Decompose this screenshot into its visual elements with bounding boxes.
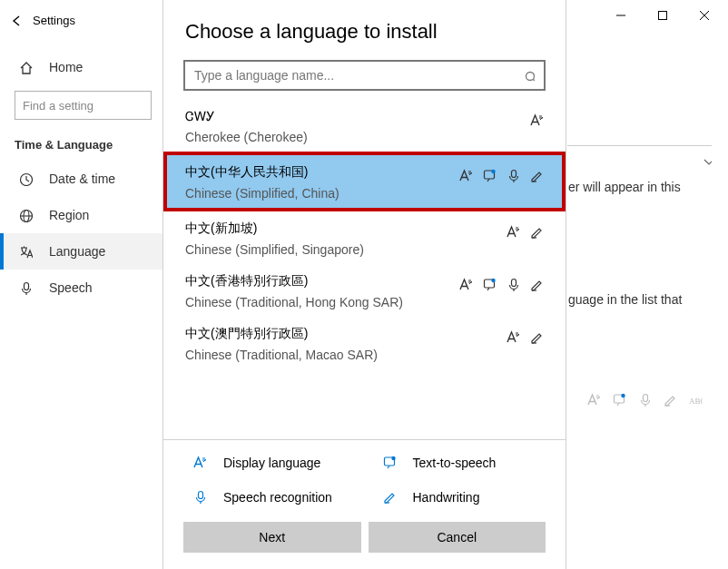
- sr-icon: [506, 277, 520, 291]
- language-native: ᏣᎳᎩ: [185, 109, 544, 124]
- language-english: Chinese (Simplified, Singapore): [185, 242, 544, 257]
- bg-text: er will appear in this: [568, 180, 681, 194]
- language-install-dialog: Choose a language to install Type a lang…: [162, 0, 566, 569]
- dialog-title: Choose a language to install: [163, 0, 566, 51]
- language-english: Chinese (Traditional, Macao SAR): [185, 348, 544, 362]
- sidebar-item-region[interactable]: Region: [0, 197, 162, 233]
- display-icon: [586, 392, 601, 407]
- chevron-down-icon[interactable]: [701, 154, 712, 165]
- display-icon: [458, 168, 473, 182]
- sidebar-item-label: Region: [49, 208, 89, 222]
- sidebar-item-label: Date & time: [49, 172, 115, 186]
- capability-icons: [458, 277, 544, 291]
- tts-icon: [382, 455, 398, 471]
- language-row[interactable]: 中文(澳門特別行政區)Chinese (Traditional, Macao S…: [163, 317, 566, 369]
- language-native: 中文(新加坡): [185, 221, 544, 237]
- sidebar-item-language[interactable]: Language: [0, 233, 162, 270]
- handwriting-icon: [663, 392, 677, 407]
- language-row[interactable]: ᏣᎳᎩCherokee (Cherokee): [163, 100, 566, 152]
- display-icon: [458, 277, 473, 291]
- settings-title: Settings: [24, 14, 75, 27]
- close-button[interactable]: [683, 4, 724, 25]
- display-icon: [506, 329, 520, 344]
- minimize-icon: [613, 7, 627, 22]
- language-icon: [18, 244, 33, 259]
- display-icon: [529, 113, 544, 127]
- capability-icons: [529, 113, 544, 127]
- legend-display: Display language: [192, 455, 355, 471]
- display-icon: [192, 455, 209, 471]
- minimize-button[interactable]: [599, 4, 641, 25]
- mic-icon: [192, 489, 209, 505]
- back-icon[interactable]: [9, 13, 24, 27]
- clock-icon: [18, 172, 33, 186]
- sidebar-item-speech[interactable]: Speech: [0, 270, 162, 306]
- handwriting-icon: [382, 489, 398, 505]
- maximize-icon: [654, 7, 669, 22]
- hw-icon: [529, 277, 544, 291]
- mic-icon: [18, 280, 33, 295]
- home-label: Home: [49, 60, 83, 74]
- legend-label: Speech recognition: [223, 490, 332, 505]
- feature-icons-row: [586, 392, 703, 407]
- legend-label: Handwriting: [413, 490, 480, 505]
- mic-icon: [637, 392, 652, 407]
- language-row[interactable]: 中文(新加坡)Chinese (Simplified, Singapore): [163, 211, 566, 264]
- tts-icon: [482, 277, 497, 291]
- capability-icons: [506, 224, 544, 239]
- search-icon: [524, 70, 535, 81]
- tts-icon: [482, 168, 497, 182]
- find-setting-input[interactable]: Find a setting: [15, 91, 152, 120]
- language-english: Chinese (Traditional, Hong Kong SAR): [185, 295, 544, 309]
- sr-icon: [506, 168, 520, 182]
- language-english: Chinese (Simplified, China): [185, 186, 544, 201]
- home-icon: [18, 60, 33, 74]
- language-search-input[interactable]: Type a language name...: [183, 60, 546, 91]
- language-english: Cherokee (Cherokee): [185, 130, 544, 144]
- hw-icon: [529, 224, 544, 239]
- sidebar-item-label: Speech: [49, 280, 92, 295]
- display-icon: [506, 224, 520, 239]
- divider: [567, 145, 712, 146]
- legend-label: Display language: [223, 456, 320, 470]
- language-row[interactable]: 中文(中华人民共和国)Chinese (Simplified, China): [163, 152, 566, 211]
- legend-label: Text-to-speech: [413, 456, 497, 470]
- next-button[interactable]: Next: [183, 522, 361, 553]
- sidebar-home[interactable]: Home: [0, 53, 162, 82]
- abc-icon: [688, 392, 703, 407]
- hw-icon: [529, 168, 544, 182]
- tts-icon: [612, 392, 626, 407]
- maximize-button[interactable]: [641, 4, 683, 25]
- hw-icon: [529, 329, 544, 344]
- legend-tts: Text-to-speech: [382, 455, 545, 471]
- language-native: 中文(澳門特別行政區): [185, 326, 544, 342]
- legend-sr: Speech recognition: [192, 489, 355, 505]
- search-placeholder: Type a language name...: [194, 68, 334, 83]
- sidebar-item-label: Language: [49, 244, 105, 259]
- language-row[interactable]: 中文(香港特別行政區)Chinese (Traditional, Hong Ko…: [163, 264, 566, 317]
- cancel-button[interactable]: Cancel: [369, 522, 546, 553]
- section-title: Time & Language: [0, 129, 162, 161]
- capability-icons: [458, 168, 544, 182]
- bg-text: guage in the list that: [568, 292, 682, 307]
- close-icon: [696, 7, 711, 22]
- globe-icon: [18, 208, 33, 222]
- find-setting-placeholder: Find a setting: [23, 99, 93, 113]
- capability-icons: [506, 329, 544, 344]
- legend-hw: Handwriting: [382, 489, 545, 505]
- sidebar-item-date-time[interactable]: Date & time: [0, 161, 162, 197]
